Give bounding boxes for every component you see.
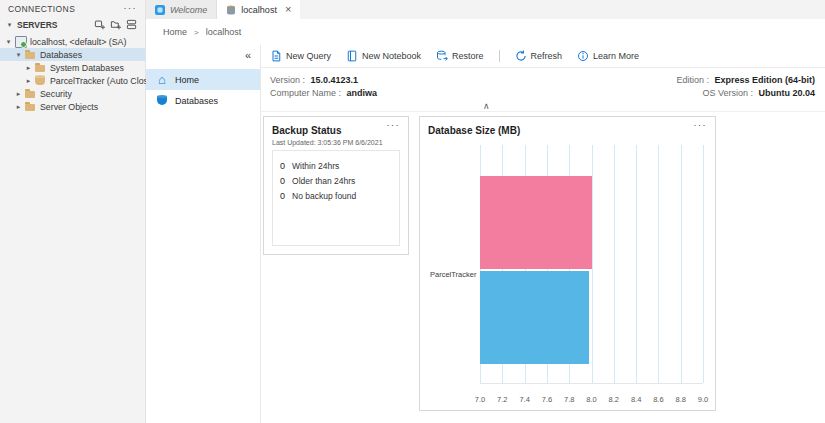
nav-item-home[interactable]: ⌂ Home	[146, 69, 260, 90]
widgets-area: Backup Status ··· Last Updated: 3:05:36 …	[261, 112, 825, 423]
tab-localhost[interactable]: localhost ×	[217, 0, 300, 19]
welcome-tab-icon	[155, 5, 165, 15]
version-value: 15.0.4123.1	[311, 75, 359, 85]
new-query-label: New Query	[286, 51, 331, 61]
close-tab-icon[interactable]: ×	[285, 4, 291, 15]
servers-section-header[interactable]: ▾ SERVERS	[0, 17, 145, 32]
servers-section-title: SERVERS	[17, 20, 57, 30]
breadcrumb-localhost[interactable]: localhost	[206, 27, 242, 37]
tab-welcome[interactable]: Welcome	[146, 0, 217, 19]
servers-actions	[94, 19, 141, 30]
backup-status-title: Backup Status	[272, 125, 400, 136]
tree-item-parceltracker[interactable]: ▸ParcelTracker (Auto Closed)	[0, 74, 145, 87]
backup-status-widget: Backup Status ··· Last Updated: 3:05:36 …	[263, 116, 409, 255]
new-notebook-button[interactable]: New Notebook	[346, 50, 421, 62]
tree-item-label: Databases	[40, 50, 82, 60]
x-tick-label: 7.4	[519, 395, 529, 404]
tree-item-system-databases[interactable]: ▸System Databases	[0, 61, 145, 74]
tab-welcome-label: Welcome	[170, 5, 207, 15]
restore-button[interactable]: Restore	[436, 50, 484, 62]
bar-series-2	[480, 271, 589, 364]
database-size-chart: ParcelTracker 7.07.27.47.67.88.08.28.48.…	[428, 143, 707, 404]
learn-more-label: Learn More	[593, 51, 639, 61]
x-tick-label: 7.8	[564, 395, 574, 404]
nav-item-databases-label: Databases	[175, 96, 218, 106]
folder-icon	[24, 88, 37, 99]
backup-count: 0	[280, 174, 285, 189]
learn-more-button[interactable]: Learn More	[577, 50, 639, 62]
databases-icon	[157, 95, 167, 106]
toolbar-separator	[499, 50, 500, 62]
tree-item-localhost[interactable]: ▾localhost, <default> (SA)	[0, 35, 145, 48]
tree-item-server-objects[interactable]: ▸Server Objects	[0, 100, 145, 113]
show-active-connections-icon[interactable]	[126, 19, 137, 30]
refresh-icon	[515, 50, 527, 62]
computer-name-value: andiwa	[347, 88, 378, 98]
backup-item-within-24hrs: 0 Within 24hrs	[280, 159, 392, 174]
backup-item-no-backup: 0 No backup found	[280, 189, 392, 204]
database-size-title: Database Size (MB)	[428, 125, 707, 136]
database-icon	[34, 75, 47, 86]
twistie-icon[interactable]: ▾	[13, 51, 24, 58]
x-tick-label: 9.0	[698, 395, 708, 404]
new-server-group-icon[interactable]	[110, 19, 121, 30]
tab-localhost-label: localhost	[241, 5, 277, 15]
connections-header: CONNECTIONS ···	[0, 0, 145, 17]
x-tick-label: 8.8	[675, 395, 685, 404]
connections-sidebar: CONNECTIONS ··· ▾ SERVERS ▾localhost, <d…	[0, 0, 146, 423]
home-icon: ⌂	[156, 73, 168, 86]
dashboard-content: New Query New Notebook Restore Refresh	[261, 45, 825, 423]
nav-item-databases[interactable]: Databases	[146, 90, 260, 111]
x-tick-label: 8.0	[586, 395, 596, 404]
twistie-icon[interactable]: ▸	[13, 103, 24, 110]
x-tick-label: 7.2	[497, 395, 507, 404]
refresh-button[interactable]: Refresh	[515, 50, 563, 62]
backup-counts-panel: 0 Within 24hrs 0 Older than 24hrs 0 No b…	[272, 150, 400, 246]
version-label: Version :	[270, 75, 305, 85]
x-tick-label: 8.4	[631, 395, 641, 404]
edition-value: Express Edition (64-bit)	[714, 75, 815, 85]
breadcrumb-home[interactable]: Home	[163, 27, 187, 37]
nav-item-home-label: Home	[175, 75, 199, 85]
edition-label: Edition :	[676, 75, 709, 85]
x-tick-label: 8.6	[653, 395, 663, 404]
backup-last-updated: Last Updated: 3:05:36 PM 6/6/2021	[272, 139, 400, 146]
tree-item-label: Server Objects	[40, 102, 98, 112]
server-icon	[14, 36, 27, 47]
dbsize-xticks: 7.07.27.47.67.88.08.28.48.68.89.0	[480, 391, 703, 404]
tree-item-label: System Databases	[50, 63, 124, 73]
tree-item-databases[interactable]: ▾Databases	[0, 48, 145, 61]
collapse-properties-icon[interactable]: ∧	[483, 102, 490, 111]
gridline	[614, 145, 615, 383]
new-query-icon	[270, 50, 282, 62]
restore-icon	[436, 50, 448, 62]
folder-icon	[34, 62, 47, 73]
learn-more-icon	[577, 50, 589, 62]
os-version-label: OS Version :	[702, 88, 753, 98]
connections-title: CONNECTIONS	[8, 4, 75, 14]
dbsize-plot	[480, 145, 703, 384]
breadcrumb: Home > localhost	[146, 19, 825, 45]
servers-collapse-icon[interactable]: ▾	[4, 21, 15, 28]
y-category-label: ParcelTracker	[430, 269, 476, 278]
tree-item-security[interactable]: ▸Security	[0, 87, 145, 100]
gridline	[658, 145, 659, 383]
bar-series-1	[480, 176, 592, 269]
connections-more-actions-icon[interactable]: ···	[124, 4, 138, 13]
new-connection-icon[interactable]	[94, 19, 105, 30]
backup-more-actions-icon[interactable]: ···	[387, 121, 401, 130]
twistie-icon[interactable]: ▸	[23, 77, 34, 84]
editor-area: Welcome localhost × Home > localhost « ⌂…	[146, 0, 825, 423]
new-query-button[interactable]: New Query	[270, 50, 331, 62]
restore-label: Restore	[452, 51, 484, 61]
collapse-nav-icon[interactable]: «	[245, 50, 251, 61]
dbsize-more-actions-icon[interactable]: ···	[694, 121, 708, 130]
backup-count: 0	[280, 189, 285, 204]
localhost-tab-icon	[226, 5, 236, 15]
twistie-icon[interactable]: ▸	[13, 90, 24, 97]
computer-name-label: Computer Name :	[270, 88, 341, 98]
twistie-icon[interactable]: ▾	[3, 38, 14, 45]
gridline	[703, 145, 704, 383]
twistie-icon[interactable]: ▸	[23, 64, 34, 71]
backup-item-label: No backup found	[292, 189, 356, 204]
